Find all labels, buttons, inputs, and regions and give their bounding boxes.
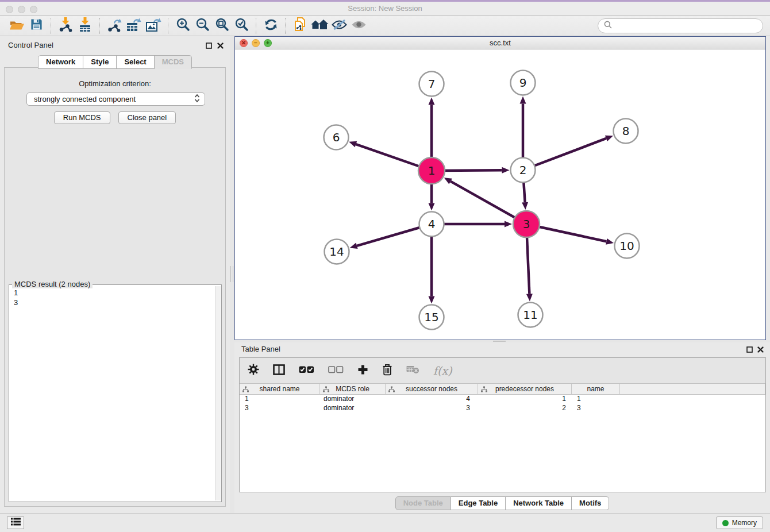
column-header-mcds-role[interactable]: MCDS role	[320, 384, 386, 394]
graph-node-label-1: 1	[428, 164, 436, 178]
toolbar-separator	[99, 18, 100, 34]
select-all-button[interactable]	[299, 365, 314, 376]
export-image-button[interactable]	[144, 17, 163, 34]
table-row[interactable]: 1dominator411	[240, 395, 765, 404]
import-network-button[interactable]	[56, 17, 75, 34]
search-input[interactable]	[615, 22, 757, 30]
tab-mcds[interactable]: MCDS	[155, 55, 192, 69]
import-table-button[interactable]	[75, 17, 95, 34]
column-type-icon	[481, 386, 487, 394]
control-panel-float-button[interactable]	[205, 41, 213, 49]
column-type-icon	[323, 386, 329, 394]
criterion-dropdown[interactable]: strongly connected component	[26, 92, 205, 106]
refresh-icon	[264, 18, 278, 34]
network-canvas[interactable]: 7968124314101511	[235, 49, 765, 340]
list-icon	[11, 518, 21, 528]
table-cell[interactable]: 3	[572, 404, 620, 413]
zoom-selected-button[interactable]	[232, 17, 251, 34]
mcds-result-lines[interactable]: 13	[9, 286, 214, 500]
export-network-button[interactable]	[105, 17, 124, 34]
control-panel-tabs: NetworkStyleSelectMCDS	[0, 55, 230, 69]
table-cell[interactable]: 4	[386, 395, 478, 404]
memory-button[interactable]: Memory	[716, 516, 763, 529]
tab-style[interactable]: Style	[83, 55, 117, 69]
graph-node-label-8: 8	[622, 124, 630, 138]
graph-node-label-14: 14	[329, 245, 344, 259]
edge-2-8[interactable]	[523, 138, 606, 170]
export-table-button[interactable]	[124, 17, 144, 34]
table-row[interactable]: 3dominator323	[240, 404, 765, 413]
table-cell[interactable]: 1	[240, 395, 320, 404]
edge-arrowhead	[350, 243, 358, 249]
zoom-selected-icon	[234, 17, 249, 34]
show-all-button[interactable]	[349, 17, 368, 34]
mcds-result-scrollbar[interactable]	[215, 286, 221, 500]
edge-arrowhead	[605, 136, 613, 141]
tab-select[interactable]: Select	[117, 55, 154, 69]
zoom-fit-button[interactable]	[212, 17, 232, 34]
run-mcds-button[interactable]: Run MCDS	[54, 111, 110, 124]
tab-node-table[interactable]: Node Table	[395, 496, 451, 510]
column-header-successor-nodes[interactable]: successor nodes	[386, 384, 478, 394]
duplicate-network-button[interactable]	[290, 17, 310, 34]
network-frame-titlebar[interactable]: ✕ − + scc.txt	[235, 37, 765, 49]
edge-arrowhead	[522, 202, 528, 210]
zoom-out-button[interactable]	[192, 17, 212, 34]
table-panel-tabs: Node TableEdge TableNetwork TableMotifs	[234, 496, 770, 510]
column-header-predecessor-nodes[interactable]: predecessor nodes	[478, 384, 572, 394]
delete-table-button[interactable]	[406, 365, 419, 376]
status-bar: Memory	[0, 513, 770, 532]
zoom-fit-icon	[215, 17, 229, 34]
table-cell[interactable]: 1	[478, 395, 572, 404]
table-panel-float-button[interactable]	[745, 345, 753, 353]
close-panel-button[interactable]: Close panel	[118, 111, 176, 124]
delete-column-button[interactable]	[382, 364, 392, 378]
hide-selected-button[interactable]	[329, 17, 349, 34]
function-builder-button[interactable]: f(x)	[433, 364, 452, 377]
table-cell[interactable]: 1	[572, 395, 620, 404]
search-box[interactable]	[598, 18, 763, 33]
table-options-button[interactable]	[248, 364, 259, 377]
add-column-button[interactable]	[357, 364, 368, 377]
control-panel-content: Optimization criterion: strongly connect…	[4, 67, 226, 507]
column-header-name[interactable]: name	[572, 384, 620, 394]
table-panel-title: Table Panel	[241, 345, 280, 353]
tab-network[interactable]: Network	[38, 55, 83, 69]
node-table-frame: f(x) shared nameMCDS rolesuccessor nodes…	[239, 357, 766, 492]
open-folder-icon	[9, 18, 25, 34]
edge-arrowhead	[502, 167, 509, 174]
tab-network-table[interactable]: Network Table	[506, 496, 572, 510]
refresh-layout-button[interactable]	[261, 17, 280, 34]
home-layout-button[interactable]	[310, 17, 329, 34]
zoom-in-button[interactable]	[173, 17, 192, 34]
table-panel-close-button[interactable]	[756, 345, 764, 353]
tab-edge-table[interactable]: Edge Table	[451, 496, 506, 510]
task-history-button[interactable]	[7, 516, 24, 529]
graph-node-label-3: 3	[523, 217, 530, 231]
optimization-criterion-label: Optimization criterion:	[5, 79, 225, 88]
control-panel-title: Control Panel	[8, 41, 53, 49]
column-header-shared-name[interactable]: shared name	[240, 384, 320, 394]
graph-node-label-6: 6	[333, 130, 340, 144]
save-session-button[interactable]	[26, 17, 46, 34]
eye-icon	[351, 20, 367, 32]
table-cell[interactable]: 3	[240, 404, 320, 413]
table-cell[interactable]: 2	[478, 404, 572, 413]
control-panel-close-button[interactable]	[216, 41, 224, 49]
table-cell[interactable]: dominator	[320, 395, 386, 404]
horizontal-splitter[interactable]	[234, 340, 770, 342]
toolbar-separator	[256, 18, 256, 34]
tab-motifs[interactable]: Motifs	[572, 496, 609, 510]
table-cell[interactable]: dominator	[320, 404, 386, 413]
vertical-splitter[interactable]	[230, 36, 234, 513]
table-header-row: shared nameMCDS rolesuccessor nodesprede…	[240, 384, 765, 395]
deselect-all-button[interactable]	[328, 365, 344, 376]
graph-node-label-2: 2	[519, 163, 527, 177]
double-home-icon	[311, 18, 329, 33]
open-session-button[interactable]	[7, 17, 26, 34]
save-floppy-icon	[30, 18, 43, 33]
table-cell[interactable]: 3	[386, 404, 478, 413]
show-hide-columns-button[interactable]	[273, 364, 285, 377]
column-type-icon	[242, 386, 249, 394]
graph-node-label-15: 15	[424, 310, 438, 324]
